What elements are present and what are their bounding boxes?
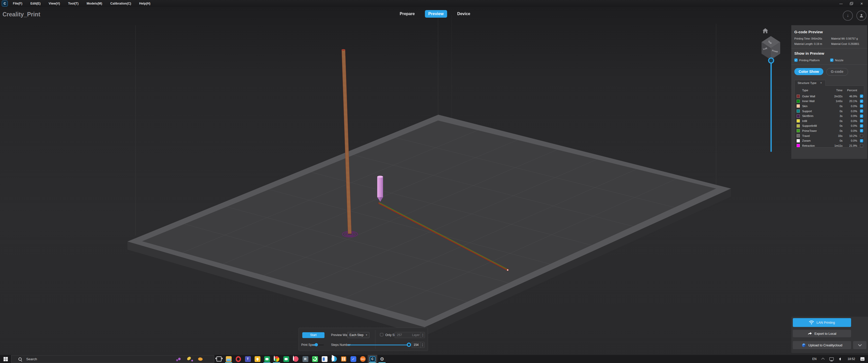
type-visibility-checkbox[interactable] bbox=[860, 134, 863, 137]
clock[interactable]: 18:52 bbox=[847, 357, 855, 361]
taskbar-app-dex[interactable]: DeX bbox=[358, 355, 368, 363]
header-percent: Percent bbox=[842, 89, 857, 92]
table-row: Support 0s 0.0% bbox=[797, 109, 862, 114]
time-value: 0s bbox=[827, 120, 842, 123]
menu-file[interactable]: File(F) bbox=[13, 2, 23, 5]
taskbar-app-file-explorer[interactable] bbox=[224, 355, 234, 363]
type-visibility-checkbox[interactable] bbox=[860, 104, 863, 108]
steps-number-input[interactable]: 154 ▲▼ bbox=[411, 342, 425, 348]
close-button[interactable]: ✕ bbox=[860, 2, 864, 5]
structure-type-dropdown[interactable]: Structure Type ▼ bbox=[794, 80, 826, 86]
restore-button[interactable] bbox=[850, 2, 853, 5]
start-button[interactable] bbox=[0, 355, 11, 363]
action-center-icon[interactable] bbox=[861, 357, 865, 361]
keep-note-icon bbox=[255, 356, 260, 362]
table-row: Travel 33s 10.2% bbox=[797, 133, 862, 138]
layer-spinner[interactable]: ▲▼ bbox=[421, 332, 425, 338]
type-visibility-checkbox[interactable] bbox=[860, 95, 863, 98]
user-profile-button[interactable] bbox=[857, 10, 867, 21]
chevron-down-icon: ▼ bbox=[365, 334, 368, 336]
menu-help[interactable]: Help(H) bbox=[139, 2, 150, 5]
network-icon[interactable] bbox=[829, 358, 834, 361]
hidden-icons-chevron[interactable] bbox=[821, 358, 825, 361]
type-label: Skin bbox=[802, 105, 827, 108]
viewport-3d[interactable]: Top Left Front bbox=[0, 0, 868, 363]
download-button[interactable]: ↓ bbox=[843, 10, 853, 21]
nozzle-checkbox[interactable] bbox=[830, 59, 833, 62]
minimize-button[interactable]: — bbox=[839, 2, 843, 5]
taskbar-app-todo[interactable]: ✓ bbox=[348, 355, 358, 363]
taskbar-search-box[interactable]: Search bbox=[11, 355, 214, 363]
menu-view[interactable]: View(V) bbox=[49, 2, 60, 5]
type-color-swatch bbox=[797, 104, 800, 108]
camera-icon bbox=[293, 356, 299, 362]
type-visibility-checkbox[interactable] bbox=[860, 114, 863, 118]
start-button[interactable]: Start bbox=[302, 332, 324, 338]
taskbar-app-chat-2[interactable] bbox=[281, 355, 291, 363]
type-color-swatch bbox=[797, 100, 800, 103]
layer-unit-label: Layer bbox=[412, 333, 421, 337]
taskbar-app-chat-1[interactable] bbox=[262, 355, 272, 363]
type-color-swatch bbox=[797, 124, 800, 128]
type-color-swatch bbox=[797, 134, 800, 137]
tab-device[interactable]: Device bbox=[454, 10, 474, 18]
gcode-button[interactable]: G-code bbox=[826, 68, 848, 76]
output-actions-panel: LAN Printing Export to Local Upload to C… bbox=[791, 317, 868, 353]
type-visibility-checkbox[interactable] bbox=[860, 119, 863, 123]
layer-slider-thumb[interactable] bbox=[769, 58, 774, 63]
type-color-swatch bbox=[797, 129, 800, 132]
tab-preview[interactable]: Preview bbox=[425, 10, 447, 18]
time-value: 2m32s bbox=[827, 95, 842, 98]
color-show-button[interactable]: Color Show bbox=[794, 68, 823, 75]
taskbar-app-opera[interactable] bbox=[234, 355, 243, 363]
printing-platform-checkbox[interactable] bbox=[794, 59, 798, 62]
speaker-icon[interactable] bbox=[839, 358, 841, 360]
menu-models[interactable]: Models(M) bbox=[87, 2, 102, 5]
taskbar-app-settings[interactable]: ⚙ bbox=[377, 355, 387, 363]
type-visibility-checkbox[interactable] bbox=[860, 139, 863, 142]
menu-tool[interactable]: Tool(T) bbox=[68, 2, 79, 5]
steps-number-thumb[interactable] bbox=[407, 342, 411, 347]
export-to-local-button[interactable]: Export to Local bbox=[793, 330, 851, 337]
language-indicator[interactable]: EN bbox=[812, 357, 816, 361]
taskbar-app-notes[interactable] bbox=[320, 355, 329, 363]
type-color-swatch bbox=[797, 114, 800, 118]
layer-value[interactable]: 257 bbox=[395, 333, 412, 337]
layer-input[interactable]: 257 Layer ▲▼ bbox=[395, 332, 425, 338]
only-show-checkbox[interactable] bbox=[380, 333, 383, 336]
type-visibility-checkbox[interactable] bbox=[860, 124, 863, 128]
type-visibility-checkbox[interactable] bbox=[860, 129, 863, 132]
taskbar-app-camera[interactable] bbox=[291, 355, 301, 363]
preview-way-select[interactable]: Each Step ▼ bbox=[347, 332, 369, 338]
lan-printing-button[interactable]: LAN Printing bbox=[793, 318, 851, 327]
steps-spinner[interactable]: ▲▼ bbox=[421, 342, 425, 348]
print-speed-thumb[interactable] bbox=[315, 343, 318, 346]
orange-shop-icon bbox=[341, 357, 346, 362]
type-visibility-checkbox[interactable] bbox=[860, 109, 863, 113]
steps-value[interactable]: 154 bbox=[412, 343, 421, 346]
creality-logo-icon: C bbox=[2, 0, 8, 6]
percent-value: 0.0% bbox=[842, 120, 857, 123]
time-value: 1m11s bbox=[827, 144, 842, 147]
preview-way-label: Preview Way bbox=[331, 333, 349, 337]
percent-value: 21.9% bbox=[842, 144, 857, 147]
tab-prepare[interactable]: Prepare bbox=[396, 10, 418, 18]
taskbar-app-chrome[interactable] bbox=[272, 355, 281, 363]
type-color-swatch bbox=[797, 119, 800, 123]
taskbar-app-keep[interactable] bbox=[253, 355, 262, 363]
upload-to-crealitycloud-button[interactable]: Upload to Crealitycloud bbox=[793, 341, 851, 349]
taskbar-app-telegram[interactable] bbox=[329, 355, 339, 363]
taskbar-app-swirl[interactable] bbox=[310, 355, 320, 363]
upload-options-button[interactable] bbox=[853, 341, 867, 349]
nozzle-model bbox=[377, 176, 383, 202]
type-visibility-checkbox[interactable] bbox=[860, 144, 863, 147]
telegram-icon bbox=[331, 356, 337, 362]
taskbar-app-shop[interactable] bbox=[339, 355, 348, 363]
menu-edit[interactable]: Edit(E) bbox=[31, 2, 41, 5]
task-view-button[interactable] bbox=[214, 355, 224, 363]
taskbar-app-creality-print[interactable]: C bbox=[368, 355, 377, 363]
taskbar-app-teams[interactable]: T bbox=[243, 355, 253, 363]
menu-calibration[interactable]: Calibration(C) bbox=[110, 2, 131, 5]
type-visibility-checkbox[interactable] bbox=[860, 100, 863, 103]
taskbar-app-revit[interactable]: R bbox=[301, 355, 310, 363]
